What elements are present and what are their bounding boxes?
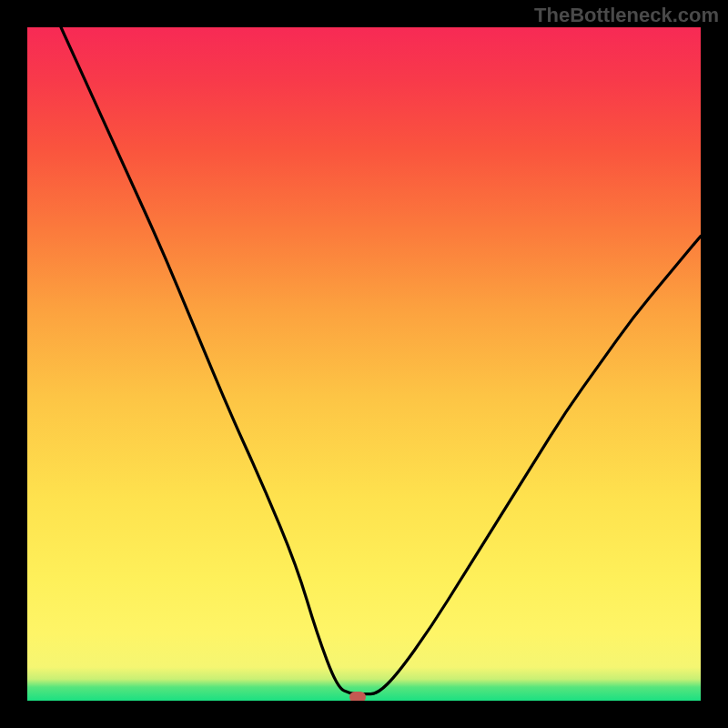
plot-area xyxy=(27,27,701,701)
bottleneck-curve xyxy=(27,27,701,701)
minimum-marker xyxy=(349,692,366,701)
watermark-text: TheBottleneck.com xyxy=(534,4,719,27)
chart-stage: TheBottleneck.com xyxy=(0,0,728,728)
chart-frame xyxy=(27,27,701,701)
